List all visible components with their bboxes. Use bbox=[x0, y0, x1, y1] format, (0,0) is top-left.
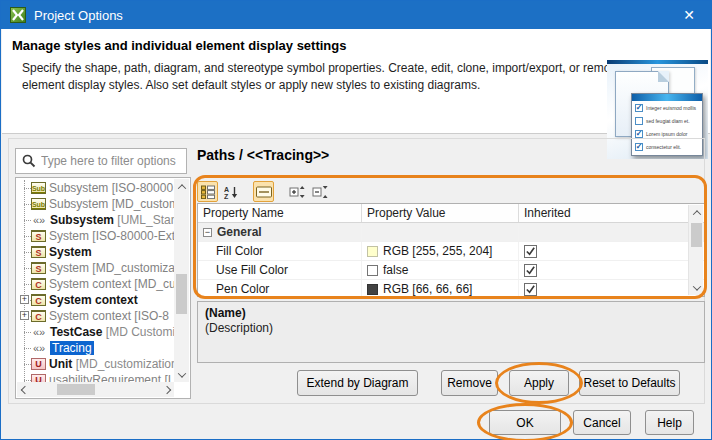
chevron-down-icon bbox=[692, 282, 700, 290]
chevron-left-icon bbox=[20, 385, 28, 393]
collapse-toggle[interactable]: − bbox=[203, 228, 212, 237]
inherited-checkbox-checked[interactable] bbox=[524, 283, 537, 296]
scroll-down-button[interactable] bbox=[174, 367, 189, 382]
tree-vertical-scrollbar[interactable] bbox=[174, 179, 189, 382]
tree-item-tracing-selected[interactable]: «» Tracing bbox=[17, 340, 174, 356]
scroll-left-button[interactable] bbox=[17, 382, 32, 397]
property-value: RGB [66, 66, 66] bbox=[383, 282, 472, 296]
stereotype-icon: «» bbox=[31, 326, 47, 338]
tree-item-subsystem-md[interactable]: Sub Subsystem [MD_custom bbox=[17, 196, 174, 212]
checked-checkbox-icon: ✓ bbox=[635, 104, 643, 112]
system-icon: S bbox=[31, 230, 46, 242]
tree-item-system[interactable]: S System bbox=[17, 244, 174, 260]
stereotype-icon: «» bbox=[31, 342, 47, 354]
filter-input[interactable] bbox=[41, 154, 186, 168]
property-group-row[interactable]: − General bbox=[198, 223, 704, 242]
reset-to-defaults-button[interactable]: Reset to Defaults bbox=[579, 370, 680, 396]
checklist-item: ✓ Integer euismod mollis bbox=[632, 102, 702, 114]
search-icon bbox=[22, 154, 36, 168]
chevron-up-icon bbox=[692, 210, 700, 218]
stereotype-icon: «» bbox=[31, 214, 47, 226]
tree-item-system-context-md[interactable]: C System context [MD_cu bbox=[17, 276, 174, 292]
app-icon bbox=[10, 7, 26, 23]
property-value: false bbox=[383, 263, 408, 277]
checked-checkbox-icon: ✓ bbox=[635, 130, 643, 138]
sort-alphabetically-button[interactable]: A Z bbox=[220, 181, 241, 202]
unit-icon: U bbox=[31, 374, 46, 382]
collapse-all-button[interactable] bbox=[309, 181, 330, 202]
system-icon: S bbox=[31, 262, 46, 274]
help-button[interactable]: Help bbox=[645, 410, 694, 435]
inherited-checkbox-checked[interactable] bbox=[524, 245, 537, 258]
tree-item-system-iso[interactable]: S System [ISO-80000-Ext bbox=[17, 228, 174, 244]
categorized-view-icon bbox=[201, 185, 215, 199]
table-vertical-scrollbar[interactable] bbox=[688, 205, 703, 295]
property-row-fill-color[interactable]: Fill Color RGB [255, 255, 204] bbox=[198, 242, 704, 261]
sort-alphabetically-icon: A Z bbox=[224, 185, 238, 199]
color-swatch bbox=[367, 246, 378, 257]
property-row-use-fill-color[interactable]: Use Fill Color false bbox=[198, 261, 704, 280]
filter-field[interactable] bbox=[15, 148, 187, 174]
tree-item-subsystem-uml[interactable]: «» Subsystem [UML_Stand bbox=[17, 212, 174, 228]
categorized-view-button[interactable] bbox=[197, 181, 218, 202]
svg-text:A: A bbox=[224, 185, 229, 192]
context-icon: C bbox=[31, 310, 46, 322]
header-title: Manage styles and individual element dis… bbox=[12, 38, 346, 53]
expand-toggle[interactable]: + bbox=[20, 311, 29, 320]
tree-item-unit[interactable]: U Unit [MD_customization bbox=[17, 356, 174, 372]
property-row-pen-color[interactable]: Pen Color RGB [66, 66, 66] bbox=[198, 280, 704, 299]
tree-horizontal-scrollbar[interactable] bbox=[17, 382, 174, 397]
description-panel: (Name) (Description) bbox=[197, 301, 705, 363]
expand-all-button[interactable] bbox=[286, 181, 307, 202]
scrollbar-thumb[interactable] bbox=[691, 223, 702, 247]
close-button[interactable]: ✕ bbox=[667, 1, 711, 29]
column-header-property-name[interactable]: Property Name bbox=[198, 204, 362, 222]
tree-item-system-context-iso[interactable]: + C System context [ISO-8 bbox=[17, 308, 174, 324]
header-description: Specify the shape, path, diagram, and st… bbox=[22, 60, 623, 94]
context-icon: C bbox=[31, 294, 46, 306]
property-name: Fill Color bbox=[198, 242, 362, 260]
property-name: Use Fill Color bbox=[198, 261, 362, 279]
titlebar[interactable]: Project Options ✕ bbox=[1, 1, 711, 29]
check-icon bbox=[525, 265, 536, 276]
column-header-inherited[interactable]: Inherited bbox=[519, 204, 704, 222]
table-header: Property Name Property Value Inherited bbox=[198, 204, 704, 223]
illustration-top-bar bbox=[607, 60, 708, 64]
value-checkbox-unchecked[interactable] bbox=[367, 265, 378, 276]
extend-by-diagram-button[interactable]: Extend by Diagram bbox=[297, 370, 418, 396]
show-description-area-button[interactable] bbox=[253, 181, 274, 202]
window-title: Project Options bbox=[34, 8, 123, 23]
dialog-header: Manage styles and individual element dis… bbox=[2, 29, 710, 134]
tree-item-system-md[interactable]: S System [MD_customiza bbox=[17, 260, 174, 276]
tree-item-usability-requirement[interactable]: U usabilityRequirement [I bbox=[17, 372, 174, 382]
style-tree[interactable]: Sub Subsystem [ISO-80000 Sub Subsystem [… bbox=[15, 177, 191, 399]
chevron-up-icon bbox=[177, 184, 185, 192]
scrollbar-thumb[interactable] bbox=[57, 384, 95, 395]
tree-item-testcase[interactable]: «» TestCase [MD Customiz bbox=[17, 324, 174, 340]
tree-item-subsystem-iso[interactable]: Sub Subsystem [ISO-80000 bbox=[17, 180, 174, 196]
column-header-property-value[interactable]: Property Value bbox=[362, 204, 519, 222]
check-icon bbox=[525, 284, 536, 295]
unchecked-checkbox-icon bbox=[635, 117, 643, 125]
chevron-right-icon bbox=[162, 385, 170, 393]
show-description-area-icon bbox=[256, 186, 272, 198]
property-name: Pen Color bbox=[198, 280, 362, 298]
inherited-checkbox-checked[interactable] bbox=[524, 264, 537, 277]
scroll-up-button[interactable] bbox=[689, 205, 704, 220]
cancel-button[interactable]: Cancel bbox=[573, 410, 631, 435]
context-icon: C bbox=[31, 278, 46, 290]
expand-all-icon bbox=[289, 185, 305, 199]
check-icon bbox=[525, 246, 536, 257]
scrollbar-thumb[interactable] bbox=[176, 274, 187, 314]
tree-item-system-context[interactable]: + C System context bbox=[17, 292, 174, 308]
scroll-right-button[interactable] bbox=[159, 382, 174, 397]
expand-toggle[interactable]: + bbox=[20, 295, 29, 304]
remove-button[interactable]: Remove bbox=[441, 370, 498, 396]
scroll-down-button[interactable] bbox=[689, 280, 704, 295]
scroll-up-button[interactable] bbox=[174, 179, 189, 194]
apply-button[interactable]: Apply bbox=[509, 370, 569, 396]
properties-table: Property Name Property Value Inherited −… bbox=[197, 203, 705, 297]
property-value: RGB [255, 255, 204] bbox=[383, 244, 492, 258]
ok-button[interactable]: OK bbox=[489, 410, 561, 435]
project-options-dialog: Project Options ✕ Manage styles and indi… bbox=[0, 0, 712, 440]
